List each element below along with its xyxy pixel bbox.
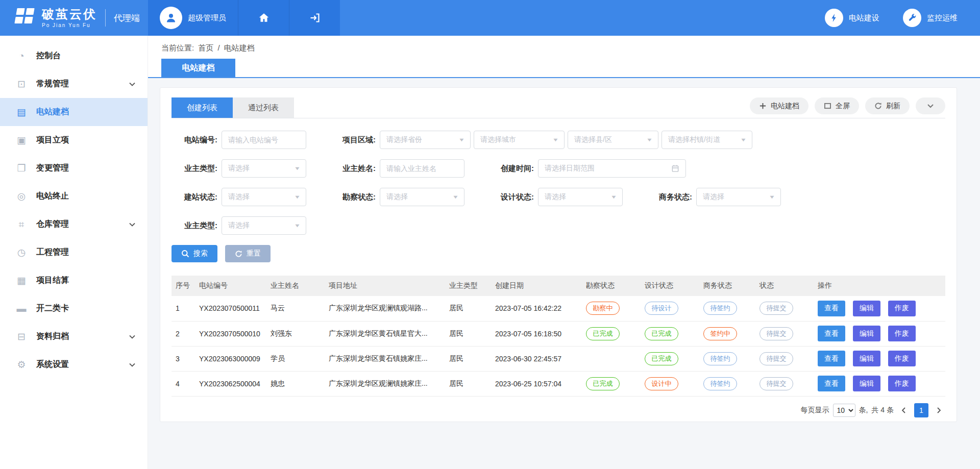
sidebar-item[interactable]: ▤ 电站建档: [0, 98, 148, 126]
design-status-badge: 已完成: [645, 327, 678, 340]
menu-icon: ▤: [14, 106, 29, 118]
sidebar-item[interactable]: ⊟ 资料归档: [0, 323, 148, 351]
search-button[interactable]: 搜索: [172, 245, 217, 262]
sidebar-item[interactable]: ▣ 项目立项: [0, 126, 148, 154]
menu-icon: ▣: [14, 134, 29, 146]
sidebar-item[interactable]: ⊡ 常规管理: [0, 70, 148, 98]
list-tabs: 创建列表 通过列表 电站建档 全屏 刷新: [172, 97, 945, 118]
owner-type-select[interactable]: 请选择▼: [222, 159, 306, 178]
sidebar-menu: ◔ 控制台 ⊡ 常规管理 ▤ 电站建档: [0, 42, 148, 379]
sidebar-item[interactable]: ▦ 项目结算: [0, 266, 148, 294]
sidebar-item-label: 常规管理: [36, 79, 69, 89]
filter-panel: 电站编号: 项目区域: 请选择省份▼ 请选择城市▼ 请选择县/区▼ 请选: [172, 131, 945, 262]
sidebar-item[interactable]: ▬ 开二类卡: [0, 294, 148, 323]
page-tab[interactable]: 电站建档: [161, 59, 235, 77]
sidebar-item[interactable]: ◔ 控制台: [0, 42, 148, 70]
avatar: [160, 7, 182, 29]
chevron-down-icon: ▼: [452, 194, 459, 200]
user-menu[interactable]: 超级管理员: [148, 0, 238, 36]
design-status-badge: 待设计: [645, 302, 678, 315]
row-index: 1: [172, 296, 195, 321]
status-badge: 待提交: [760, 302, 793, 315]
view-button[interactable]: 查看: [818, 326, 845, 341]
sidebar-item[interactable]: ⚙ 系统设置: [0, 351, 148, 379]
edit-button[interactable]: 编辑: [853, 301, 880, 316]
owner-name: 刘强东: [266, 321, 325, 346]
chevron-down-icon: ▼: [294, 166, 301, 171]
sidebar-item[interactable]: ◎ 电站终止: [0, 182, 148, 210]
table-header-row: 序号电站编号业主姓名项目地址业主类型创建日期勘察状态设计状态商务状态状态操作: [172, 276, 945, 296]
home-button[interactable]: [238, 0, 289, 36]
view-button[interactable]: 查看: [818, 301, 845, 316]
nav-station-build[interactable]: 电站建设: [825, 9, 879, 27]
stations-table: 序号电站编号业主姓名项目地址业主类型创建日期勘察状态设计状态商务状态状态操作 1…: [172, 276, 945, 397]
void-button[interactable]: 作废: [888, 326, 916, 341]
search-icon: [181, 250, 189, 258]
design-status-label: 设计状态:: [488, 192, 534, 202]
county-select[interactable]: 请选择县/区▼: [568, 131, 658, 149]
station-code: YX2023063000009: [195, 346, 266, 371]
card-toolbar: 电站建档 全屏 刷新: [750, 97, 945, 118]
nav-monitor-ops[interactable]: 监控运维: [903, 9, 958, 27]
sidebar-item-label: 项目结算: [36, 275, 69, 286]
owner-type: 居民: [445, 346, 491, 371]
business-status-badge: 签约中: [703, 327, 737, 340]
nav-station-build-label: 电站建设: [849, 13, 879, 23]
region-label: 项目区域:: [330, 135, 376, 145]
owner-type2-select[interactable]: 请选择▼: [222, 216, 306, 235]
view-button[interactable]: 查看: [818, 376, 845, 391]
reset-button[interactable]: 重置: [225, 245, 271, 262]
page-number-button[interactable]: 1: [914, 403, 928, 417]
date-range-picker[interactable]: 请选择日期范围: [538, 159, 686, 178]
column-header: 电站编号: [195, 276, 266, 296]
chevron-down-icon: ▼: [458, 137, 465, 142]
business-status-badge: 待签约: [703, 352, 737, 365]
design-status-select[interactable]: 请选择▼: [538, 188, 623, 206]
void-button[interactable]: 作废: [888, 376, 916, 391]
survey-status-label: 勘察状态:: [330, 192, 376, 202]
view-button[interactable]: 查看: [818, 351, 845, 366]
created-date: 2023-06-25 10:57:04: [491, 371, 582, 396]
tab-passed-list[interactable]: 通过列表: [233, 97, 294, 118]
survey-status-badge: 已完成: [586, 327, 620, 340]
void-button[interactable]: 作废: [888, 351, 916, 366]
edit-button[interactable]: 编辑: [853, 351, 880, 366]
plus-icon: [759, 102, 767, 110]
sidebar-item-label: 变更管理: [36, 163, 69, 174]
build-status-select[interactable]: 请选择▼: [222, 188, 306, 206]
breadcrumb-home[interactable]: 首页: [198, 43, 213, 52]
owner-name: 姚忠: [266, 371, 325, 396]
breadcrumb-current: 电站建档: [224, 43, 255, 52]
next-page-button[interactable]: [932, 407, 945, 414]
table-row: 1 YX2023070500011 马云 广东深圳龙华区观澜镇观湖路... 居民…: [172, 296, 945, 321]
owner-name-input[interactable]: [380, 159, 464, 178]
refresh-button[interactable]: 刷新: [865, 97, 910, 114]
edit-button[interactable]: 编辑: [853, 326, 880, 341]
sidebar-item[interactable]: ⌗ 仓库管理: [0, 210, 148, 238]
logout-button[interactable]: [289, 0, 340, 36]
user-icon: [164, 11, 178, 24]
sidebar-item-label: 系统设置: [36, 359, 69, 370]
village-select[interactable]: 请选择村镇/街道▼: [662, 131, 752, 149]
project-address: 广东深圳龙华区观澜镇姚家庄...: [325, 371, 445, 396]
per-page-select[interactable]: 10: [833, 404, 855, 417]
survey-status-select[interactable]: 请选择▼: [380, 188, 464, 206]
fullscreen-button[interactable]: 全屏: [815, 97, 859, 114]
city-select[interactable]: 请选择城市▼: [474, 131, 565, 149]
edit-button[interactable]: 编辑: [853, 376, 880, 391]
void-button[interactable]: 作废: [888, 301, 916, 316]
collapse-toolbar-button[interactable]: [916, 97, 945, 114]
station-code-input[interactable]: [222, 131, 306, 149]
sidebar-item[interactable]: ❐ 变更管理: [0, 154, 148, 182]
project-address: 广东深圳龙华区黄石镇姚家庄...: [325, 346, 445, 371]
province-select[interactable]: 请选择省份▼: [380, 131, 471, 149]
logo: 破茧云伏 Po Jian Yun Fu 代理端: [0, 0, 148, 36]
business-status-select[interactable]: 请选择▼: [696, 188, 781, 206]
owner-type: 居民: [445, 371, 491, 396]
fullscreen-icon: [824, 103, 831, 109]
sidebar-item[interactable]: ◷ 工程管理: [0, 238, 148, 266]
top-bar: 当前位置: 首页 / 电站建档 电站建档: [148, 36, 980, 78]
tab-create-list[interactable]: 创建列表: [172, 97, 233, 118]
add-station-button[interactable]: 电站建档: [750, 97, 808, 114]
prev-page-button[interactable]: [897, 407, 911, 414]
